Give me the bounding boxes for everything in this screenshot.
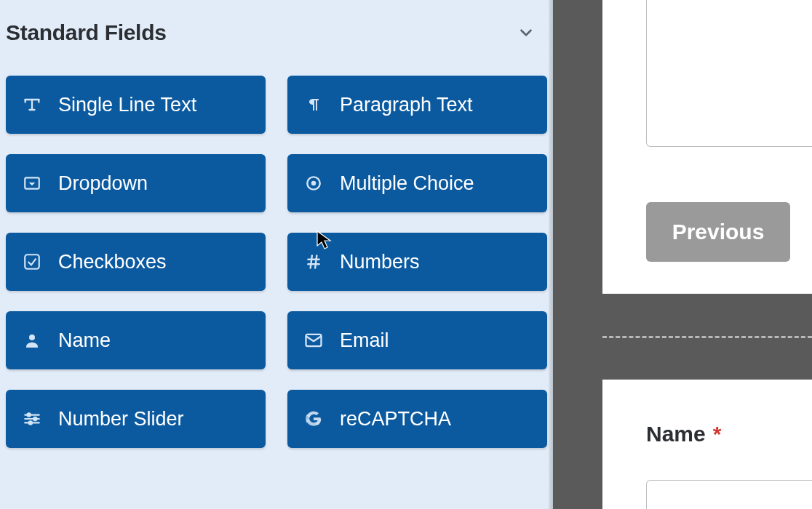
textarea-field-preview[interactable] <box>646 0 812 147</box>
field-label: Multiple Choice <box>340 172 474 195</box>
paragraph-icon <box>303 95 324 115</box>
field-label: Number Slider <box>58 408 184 430</box>
google-g-icon <box>303 409 324 429</box>
envelope-icon <box>303 330 324 350</box>
svg-line-7 <box>315 255 317 268</box>
hash-icon <box>303 252 324 272</box>
field-label: Checkboxes <box>58 251 167 273</box>
svg-point-8 <box>29 334 35 340</box>
svg-point-13 <box>28 413 31 416</box>
field-label: Email <box>340 329 389 352</box>
field-number-slider[interactable]: Number Slider <box>6 390 266 448</box>
field-recaptcha[interactable]: reCAPTCHA <box>287 390 547 448</box>
field-grid: Single Line Text Paragraph Text Dropdown… <box>0 55 553 454</box>
previous-button-label: Previous <box>672 220 765 244</box>
user-icon <box>22 330 42 350</box>
svg-point-14 <box>33 417 36 420</box>
field-name[interactable]: Name <box>6 311 266 369</box>
field-single-line-text[interactable]: Single Line Text <box>6 76 266 134</box>
field-label: Dropdown <box>58 172 148 195</box>
name-input-preview[interactable] <box>646 480 812 509</box>
form-preview-area: Previous Name * <box>553 0 812 509</box>
radio-icon <box>303 173 324 193</box>
sliders-icon <box>22 409 42 429</box>
svg-point-2 <box>311 181 317 186</box>
required-indicator: * <box>713 422 722 446</box>
text-icon <box>22 95 42 115</box>
field-email[interactable]: Email <box>287 311 547 369</box>
field-label: Numbers <box>340 251 420 273</box>
previous-button[interactable]: Previous <box>646 202 790 262</box>
chevron-down-icon[interactable] <box>515 22 537 44</box>
field-dropdown[interactable]: Dropdown <box>6 154 266 212</box>
checkbox-icon <box>22 252 42 272</box>
dropdown-icon <box>22 173 42 193</box>
section-header[interactable]: Standard Fields <box>0 0 553 55</box>
field-numbers[interactable]: Numbers <box>287 233 547 291</box>
field-label: Name <box>58 329 111 352</box>
page-break-divider <box>602 336 812 338</box>
svg-line-6 <box>311 255 312 268</box>
field-label: Single Line Text <box>58 94 196 116</box>
field-label: Paragraph Text <box>340 94 473 116</box>
name-field-label-row: Name * <box>646 422 812 446</box>
svg-rect-3 <box>25 254 39 269</box>
field-label: reCAPTCHA <box>340 408 451 430</box>
fields-panel: Standard Fields Single Line Text Paragra… <box>0 0 553 509</box>
section-title: Standard Fields <box>6 20 167 45</box>
field-multiple-choice[interactable]: Multiple Choice <box>287 154 547 212</box>
name-field-label: Name <box>646 422 706 446</box>
field-paragraph-text[interactable]: Paragraph Text <box>287 76 547 134</box>
svg-point-15 <box>29 421 32 424</box>
field-checkboxes[interactable]: Checkboxes <box>6 233 266 291</box>
